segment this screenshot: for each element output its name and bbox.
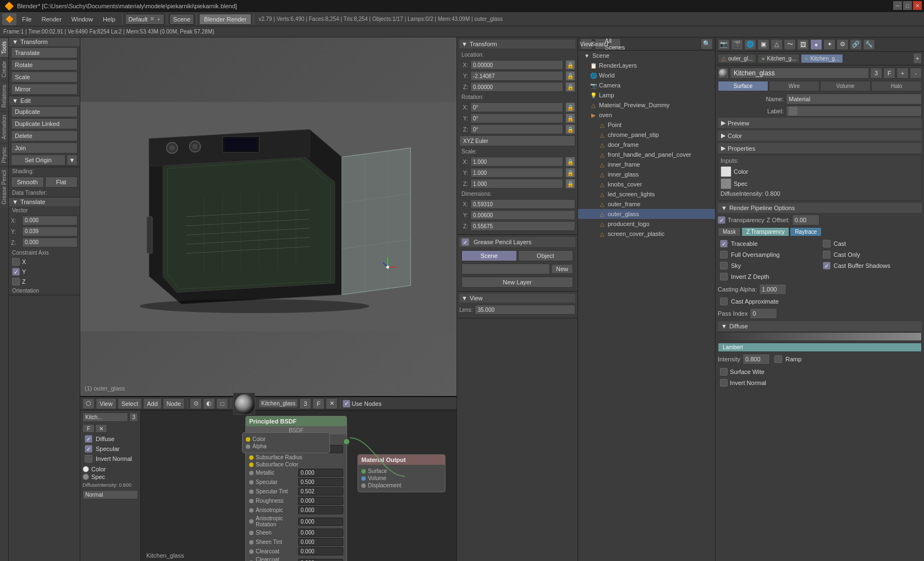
scale-z-field[interactable]: 1.000	[470, 179, 563, 189]
mat-name-field[interactable]: Kitchen_glass	[730, 68, 869, 79]
preview-header[interactable]: ▶ Preview	[718, 118, 922, 128]
x-input[interactable]: 0.000	[22, 216, 78, 226]
axis-y-checkbox[interactable]	[12, 268, 20, 276]
mat-tab-kitchen-g2[interactable]: ● Kitchen_g...	[801, 54, 843, 63]
gp-layers-header[interactable]: Grease Pencil Layers	[459, 237, 575, 247]
color-input-swatch[interactable]	[721, 166, 732, 177]
node-canvas[interactable]: Kitch... 3 F ✕ Diffuse Specular	[80, 410, 457, 561]
material-name-display[interactable]: Kitchen_glass	[258, 399, 298, 408]
prop-curve-icon[interactable]: 〜	[784, 39, 796, 50]
rot-y-lock[interactable]: 🔒	[565, 113, 575, 123]
surface-write-cb[interactable]	[720, 368, 728, 376]
duplicate-linked-button[interactable]: Duplicate Linked	[11, 118, 78, 129]
volume-tab[interactable]: Volume	[820, 81, 871, 91]
ramp-check[interactable]: Ramp	[772, 354, 804, 364]
invert-z-cb[interactable]	[720, 273, 728, 280]
dim-x-field[interactable]: 0.59310	[470, 199, 575, 209]
cast-only-check[interactable]: Cast Only	[821, 250, 922, 260]
scene-selector[interactable]: Scene	[169, 14, 194, 25]
translate-section-header[interactable]: ▼ Translate	[9, 197, 80, 206]
casting-alpha-field[interactable]: 1.000	[759, 284, 787, 295]
mat-num-small[interactable]: 3	[129, 413, 138, 422]
prop-constraints-icon[interactable]: 🔗	[850, 39, 862, 50]
workspace-close-icon[interactable]: ✕	[150, 15, 155, 23]
prop-render-icon[interactable]: 📷	[718, 39, 730, 50]
minimize-button[interactable]: ─	[893, 1, 902, 10]
vtab-grease-pencil[interactable]: Grease Pencil	[0, 166, 8, 208]
transform-header[interactable]: ▼ Transform	[9, 37, 80, 46]
invert-z-depth-check[interactable]: Invert Z Depth	[718, 272, 820, 282]
node-add-menu[interactable]: Add	[143, 398, 162, 409]
properties-header[interactable]: ▶ Properties	[718, 143, 922, 153]
transform-rt-header[interactable]: ▼ Transform	[459, 40, 575, 48]
diffuse-header[interactable]: ▼ Diffuse	[718, 321, 922, 331]
vtab-relations[interactable]: Relations	[0, 81, 8, 111]
prop-particles-icon[interactable]: ✦	[823, 39, 835, 50]
outliner-front-handle[interactable]: △ front_handle_and_panel_cover	[578, 150, 715, 160]
scale-y-field[interactable]: 1.000	[470, 168, 563, 178]
wire-tab[interactable]: Wire	[769, 81, 820, 91]
gp-new-button[interactable]: New	[551, 264, 573, 274]
mat-plus-btn[interactable]: +	[897, 68, 909, 79]
loc-y-field[interactable]: -2.14087	[470, 71, 563, 81]
gp-scene-btn[interactable]: Scene	[461, 250, 517, 261]
rot-z-field[interactable]: 0°	[470, 124, 563, 134]
gp-new-layer-button[interactable]: New Layer	[461, 277, 573, 288]
set-origin-button[interactable]: Set Origin	[11, 155, 65, 166]
outliner-door-frame[interactable]: △ door_frame	[578, 140, 715, 150]
specular-check[interactable]: Specular	[82, 444, 138, 454]
outliner-point[interactable]: △ Point	[578, 120, 715, 130]
node-node-menu[interactable]: Node	[163, 398, 185, 409]
cast-cb[interactable]	[823, 240, 831, 248]
scale-z-lock[interactable]: 🔒	[565, 179, 575, 189]
rotate-button[interactable]: Rotate	[11, 59, 78, 70]
cast-buffer-cb[interactable]	[823, 262, 831, 270]
z-offset-field[interactable]: 0.00	[792, 215, 820, 226]
diffuse-cb[interactable]	[85, 435, 92, 443]
node-view-menu[interactable]: View	[96, 398, 117, 409]
mat-minus-btn[interactable]: -	[910, 68, 922, 79]
prop-mesh-icon[interactable]: △	[771, 39, 783, 50]
outliner-scenes-btn[interactable]: All Scenes	[609, 38, 621, 50]
prop-physics-icon[interactable]: ⚙	[837, 39, 849, 50]
diffuse-color-swatch[interactable]	[718, 332, 922, 341]
mat-f-btn[interactable]: F	[312, 398, 324, 409]
y-input[interactable]: 0.039	[22, 227, 78, 237]
duplicate-button[interactable]: Duplicate	[11, 106, 78, 117]
vtab-physic[interactable]: Physic	[0, 143, 8, 166]
3d-viewport[interactable]: (1) outer_glass ⊙ View Select Add Object…	[80, 37, 457, 396]
axis-z-checkbox[interactable]	[12, 278, 20, 285]
mat-num-btn[interactable]: 3	[299, 398, 311, 409]
view-header[interactable]: ▼ View	[459, 294, 575, 302]
pass-index-field[interactable]: 0	[750, 308, 777, 319]
maximize-button[interactable]: □	[903, 1, 912, 10]
dim-z-field[interactable]: 0.55675	[470, 221, 575, 231]
node-icon-1[interactable]: ⊙	[190, 398, 202, 409]
window-menu[interactable]: Window	[67, 15, 97, 24]
full-oversampling-check[interactable]: Full Oversampling	[718, 250, 820, 260]
transparency-cb[interactable]	[718, 216, 725, 224]
invert-normal-check[interactable]: Invert Normal	[82, 454, 138, 464]
prop-texture-icon[interactable]: 🖼	[797, 39, 809, 50]
vtab-tools[interactable]: Tools	[0, 37, 8, 57]
outliner-lamp[interactable]: 💡 Lamp	[578, 90, 715, 100]
mat-name-small[interactable]: Kitch...	[82, 413, 128, 422]
render-engine-selector[interactable]: Blender Render	[199, 14, 251, 25]
help-menu[interactable]: Help	[98, 15, 120, 24]
surface-tab[interactable]: Surface	[718, 81, 768, 91]
mat-f-field[interactable]: F	[883, 68, 895, 79]
loc-x-lock[interactable]: 🔒	[565, 60, 575, 70]
outliner-world[interactable]: 🌐 World	[578, 70, 715, 80]
close-button[interactable]: ✕	[913, 1, 922, 10]
scale-button[interactable]: Scale	[11, 72, 78, 82]
outliner-inner-frame[interactable]: △ inner_frame	[578, 160, 715, 169]
render-menu[interactable]: Render	[37, 15, 66, 24]
gp-object-btn[interactable]: Object	[518, 250, 574, 261]
translate-button[interactable]: Translate	[11, 47, 78, 58]
use-nodes-checkbox[interactable]	[343, 400, 350, 408]
sky-check[interactable]: Sky	[718, 261, 820, 271]
join-button[interactable]: Join	[11, 142, 78, 153]
scale-x-lock[interactable]: 🔒	[565, 157, 575, 167]
outliner-material-preview[interactable]: △ Material_Preview_Dummy	[578, 100, 715, 110]
mask-btn[interactable]: Mask	[718, 227, 741, 237]
